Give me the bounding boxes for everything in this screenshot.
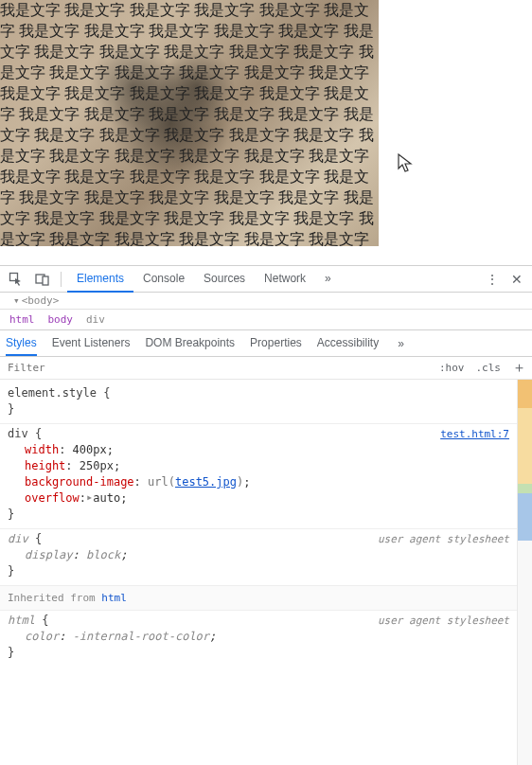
strip-segment (518, 380, 532, 408)
declaration: color: -internal-root-color; (8, 629, 509, 645)
tab-console[interactable]: Console (133, 266, 194, 293)
styles-rules: element.style { } test.html:7 div { widt… (0, 380, 517, 765)
declaration: display: block; (8, 547, 509, 563)
svg-rect-2 (43, 276, 48, 285)
rule-div-ua: user agent stylesheet div { display: blo… (0, 529, 517, 586)
selector: element.style (8, 386, 97, 400)
strip-segment (518, 408, 532, 484)
subtab-event-listeners[interactable]: Event Listeners (52, 330, 131, 356)
page-preview: 我是文字 我是文字 我是文字 我是文字 我是文字 我是文字 我是文字 我是文字 … (0, 0, 532, 265)
rule-div-file[interactable]: test.html:7 div { width: 400px; height: … (0, 424, 517, 529)
strip-segment (518, 493, 532, 541)
device-toggle-icon[interactable] (30, 268, 55, 291)
inherited-from-row: Inherited from html (0, 586, 517, 611)
close-icon[interactable]: ✕ (505, 272, 528, 287)
preview-div[interactable]: 我是文字 我是文字 我是文字 我是文字 我是文字 我是文字 我是文字 我是文字 … (0, 0, 379, 246)
cls-toggle[interactable]: .cls (470, 362, 507, 374)
inspect-icon[interactable] (4, 268, 28, 291)
styles-subtabs: Styles Event Listeners DOM Breakpoints P… (0, 330, 532, 357)
expand-shorthand-icon[interactable]: ▸ (86, 489, 93, 506)
selector: div (8, 427, 28, 440)
kebab-menu-icon[interactable]: ⋮ (481, 272, 504, 287)
crumb-html[interactable]: html (9, 313, 35, 326)
declaration[interactable]: background-image: url(test5.jpg); (8, 474, 509, 490)
devtools-tabs: Elements Console Sources Network » (67, 266, 341, 293)
devtools-panel: Elements Console Sources Network » ⋮ ✕ ▾… (0, 265, 532, 765)
inherited-source[interactable]: html (101, 592, 127, 604)
crumb-div[interactable]: div (86, 313, 105, 326)
subtab-styles[interactable]: Styles (6, 330, 37, 356)
strip-segment (518, 484, 532, 493)
breadcrumb: html body div (0, 310, 532, 330)
styles-pane: element.style { } test.html:7 div { widt… (0, 380, 532, 765)
url-link[interactable]: test5.jpg (175, 475, 237, 489)
subtabs-overflow-icon[interactable]: » (398, 337, 404, 350)
declaration[interactable]: height: 250px; (8, 458, 509, 474)
hov-toggle[interactable]: :hov (434, 362, 470, 374)
styles-filter-bar: :hov .cls ＋ (0, 357, 532, 380)
filter-input[interactable] (0, 362, 434, 374)
declaration[interactable]: width: 400px; (8, 442, 509, 458)
triangle-icon: ▾ (13, 294, 20, 307)
rule-html-ua: user agent stylesheet html { color: -int… (0, 611, 517, 667)
overview-strip[interactable] (517, 380, 532, 765)
dom-node: <body> (22, 294, 60, 307)
rule-element-style[interactable]: element.style { } (0, 383, 517, 424)
cursor-icon (398, 153, 415, 174)
subtab-accessibility[interactable]: Accessibility (317, 330, 379, 356)
rule-origin-ua: user agent stylesheet (378, 613, 509, 629)
tab-network[interactable]: Network (255, 266, 315, 293)
rule-origin-link[interactable]: test.html:7 (440, 426, 509, 442)
tabs-overflow-icon[interactable]: » (315, 266, 341, 293)
dom-tree-row[interactable]: ▾<body> (0, 293, 532, 310)
subtab-properties[interactable]: Properties (250, 330, 302, 356)
subtab-dom-breakpoints[interactable]: DOM Breakpoints (145, 330, 235, 356)
tab-sources[interactable]: Sources (194, 266, 255, 293)
rule-origin-ua: user agent stylesheet (378, 531, 509, 547)
selector: div (8, 532, 28, 545)
selector: html (8, 614, 35, 627)
devtools-toolbar: Elements Console Sources Network » ⋮ ✕ (0, 266, 532, 293)
crumb-body[interactable]: body (48, 313, 74, 326)
new-style-rule-icon[interactable]: ＋ (506, 359, 532, 377)
declaration[interactable]: overflow: ▸ auto; (8, 490, 509, 507)
tab-elements[interactable]: Elements (67, 266, 133, 293)
separator (61, 272, 62, 287)
